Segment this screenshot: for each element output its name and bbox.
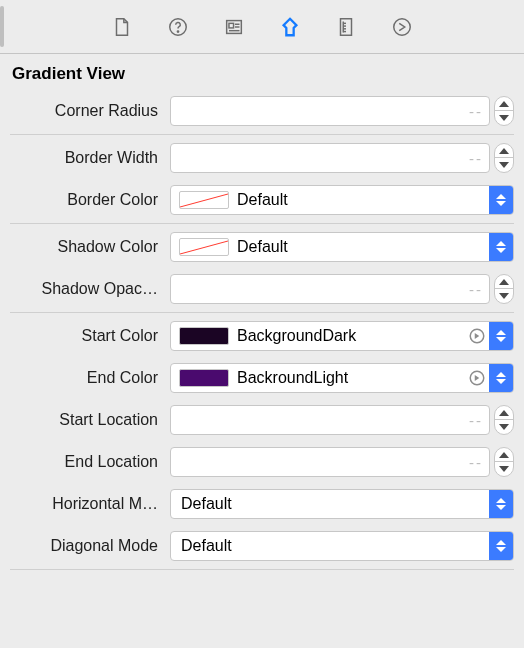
shadow-opacity-field[interactable]: -- bbox=[170, 274, 490, 304]
row-start-location: Start Location -- bbox=[10, 399, 514, 441]
step-up-icon[interactable] bbox=[495, 97, 513, 111]
popup-chevron-icon[interactable] bbox=[489, 322, 513, 350]
go-to-asset-icon[interactable] bbox=[465, 369, 489, 387]
identity-inspector-icon[interactable] bbox=[223, 16, 245, 38]
label-end-color: End Color bbox=[10, 369, 160, 387]
svg-marker-28 bbox=[496, 372, 506, 377]
svg-marker-14 bbox=[499, 101, 509, 107]
svg-marker-22 bbox=[499, 279, 509, 285]
end-color-swatch[interactable] bbox=[179, 369, 229, 387]
svg-marker-19 bbox=[496, 201, 506, 206]
svg-marker-32 bbox=[499, 452, 509, 458]
label-border-width: Border Width bbox=[10, 149, 160, 167]
svg-marker-26 bbox=[496, 337, 506, 342]
label-shadow-opacity: Shadow Opac… bbox=[10, 280, 160, 298]
start-location-stepper[interactable] bbox=[494, 405, 514, 435]
svg-rect-7 bbox=[341, 18, 352, 35]
svg-marker-31 bbox=[499, 424, 509, 430]
svg-marker-17 bbox=[499, 162, 509, 168]
label-horizontal-mode: Horizontal M… bbox=[10, 495, 160, 513]
label-start-color: Start Color bbox=[10, 327, 160, 345]
step-up-icon[interactable] bbox=[495, 275, 513, 289]
row-diagonal-mode: Diagonal Mode Default bbox=[10, 525, 514, 567]
step-down-icon[interactable] bbox=[495, 420, 513, 434]
shadow-color-popup[interactable]: Default bbox=[170, 232, 514, 262]
svg-marker-20 bbox=[496, 241, 506, 246]
label-corner-radius: Corner Radius bbox=[10, 102, 160, 120]
connections-inspector-icon[interactable] bbox=[391, 16, 413, 38]
popup-chevron-icon[interactable] bbox=[489, 364, 513, 392]
svg-marker-37 bbox=[496, 547, 506, 552]
popup-chevron-icon[interactable] bbox=[489, 233, 513, 261]
svg-marker-36 bbox=[496, 540, 506, 545]
row-border-width: Border Width -- bbox=[10, 137, 514, 179]
label-start-location: Start Location bbox=[10, 411, 160, 429]
svg-marker-16 bbox=[499, 148, 509, 154]
start-color-swatch[interactable] bbox=[179, 327, 229, 345]
diagonal-mode-popup[interactable]: Default bbox=[170, 531, 514, 561]
border-width-stepper[interactable] bbox=[494, 143, 514, 173]
step-up-icon[interactable] bbox=[495, 448, 513, 462]
go-to-asset-icon[interactable] bbox=[465, 327, 489, 345]
row-shadow-color: Shadow Color Default bbox=[10, 226, 514, 268]
popup-chevron-icon[interactable] bbox=[489, 490, 513, 518]
row-end-location: End Location -- bbox=[10, 441, 514, 483]
svg-point-1 bbox=[177, 30, 178, 31]
step-up-icon[interactable] bbox=[495, 406, 513, 420]
border-color-swatch[interactable] bbox=[179, 191, 229, 209]
row-border-color: Border Color Default bbox=[10, 179, 514, 221]
svg-marker-25 bbox=[496, 330, 506, 335]
help-inspector-icon[interactable] bbox=[167, 16, 189, 38]
popup-chevron-icon[interactable] bbox=[489, 186, 513, 214]
step-down-icon[interactable] bbox=[495, 289, 513, 303]
row-end-color: End Color BackroundLight bbox=[10, 357, 514, 399]
step-down-icon[interactable] bbox=[495, 462, 513, 476]
horizontal-mode-popup[interactable]: Default bbox=[170, 489, 514, 519]
gradient-view-inspector: Gradient View Corner Radius -- Border Wi… bbox=[0, 54, 524, 580]
row-shadow-opacity: Shadow Opac… -- bbox=[10, 268, 514, 310]
size-inspector-icon[interactable] bbox=[335, 16, 357, 38]
inspector-tabbar bbox=[0, 0, 524, 54]
svg-marker-15 bbox=[499, 115, 509, 121]
start-color-popup[interactable]: BackgroundDark bbox=[170, 321, 514, 351]
svg-marker-35 bbox=[496, 505, 506, 510]
svg-marker-33 bbox=[499, 466, 509, 472]
svg-marker-34 bbox=[496, 498, 506, 503]
shadow-color-swatch[interactable] bbox=[179, 238, 229, 256]
step-down-icon[interactable] bbox=[495, 158, 513, 172]
start-location-field[interactable]: -- bbox=[170, 405, 490, 435]
corner-radius-field[interactable]: -- bbox=[170, 96, 490, 126]
svg-rect-3 bbox=[229, 23, 234, 28]
svg-point-13 bbox=[394, 18, 411, 35]
label-end-location: End Location bbox=[10, 453, 160, 471]
file-inspector-icon[interactable] bbox=[111, 16, 133, 38]
attributes-inspector-icon[interactable] bbox=[279, 16, 301, 38]
row-horizontal-mode: Horizontal M… Default bbox=[10, 483, 514, 525]
border-color-popup[interactable]: Default bbox=[170, 185, 514, 215]
label-diagonal-mode: Diagonal Mode bbox=[10, 537, 160, 555]
svg-marker-29 bbox=[496, 379, 506, 384]
end-location-field[interactable]: -- bbox=[170, 447, 490, 477]
section-title: Gradient View bbox=[4, 54, 520, 90]
corner-radius-stepper[interactable] bbox=[494, 96, 514, 126]
label-border-color: Border Color bbox=[10, 191, 160, 209]
step-up-icon[interactable] bbox=[495, 144, 513, 158]
row-start-color: Start Color BackgroundDark bbox=[10, 315, 514, 357]
end-color-popup[interactable]: BackroundLight bbox=[170, 363, 514, 393]
shadow-opacity-stepper[interactable] bbox=[494, 274, 514, 304]
end-location-stepper[interactable] bbox=[494, 447, 514, 477]
svg-marker-23 bbox=[499, 293, 509, 299]
svg-marker-30 bbox=[499, 410, 509, 416]
svg-marker-21 bbox=[496, 248, 506, 253]
placeholder-dash: -- bbox=[469, 103, 489, 120]
border-width-field[interactable]: -- bbox=[170, 143, 490, 173]
row-corner-radius: Corner Radius -- bbox=[10, 90, 514, 132]
svg-marker-18 bbox=[496, 194, 506, 199]
label-shadow-color: Shadow Color bbox=[10, 238, 160, 256]
step-down-icon[interactable] bbox=[495, 111, 513, 125]
popup-chevron-icon[interactable] bbox=[489, 532, 513, 560]
